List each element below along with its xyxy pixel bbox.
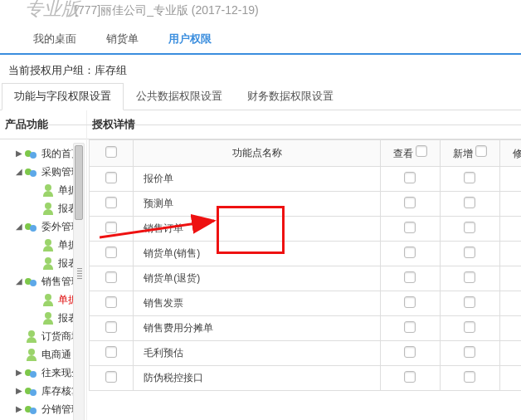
perm-checkbox[interactable]: [404, 247, 416, 258]
table-row: 销货单(退货): [90, 266, 522, 291]
row-checkbox[interactable]: [105, 197, 117, 208]
perm-checkbox[interactable]: [464, 271, 475, 283]
tree-node-11[interactable]: 电商通: [8, 345, 83, 364]
person-icon: [41, 311, 55, 325]
perm-checkbox[interactable]: [404, 321, 416, 333]
tab-desktop[interactable]: 我的桌面: [18, 25, 91, 53]
app-tabs: 我的桌面 销货单 用户权限: [0, 25, 521, 55]
group-icon: [25, 220, 38, 233]
tree-node-2[interactable]: 单据: [8, 181, 83, 199]
row-checkbox[interactable]: [105, 172, 117, 183]
col-1: 查看: [380, 140, 440, 167]
tree-node-9[interactable]: 报表: [8, 309, 83, 327]
table-row: 销售发票: [90, 291, 522, 316]
tree-toggle-icon[interactable]: ◢: [15, 217, 23, 236]
perm-checkbox[interactable]: [404, 172, 416, 183]
subtab-func-field[interactable]: 功能与字段权限设置: [2, 83, 124, 110]
tree-toggle-icon[interactable]: ◢: [15, 163, 23, 181]
row-checkbox[interactable]: [105, 346, 117, 358]
tree-toggle-icon[interactable]: ▶: [15, 144, 23, 163]
svg-line-0: [100, 221, 214, 237]
perm-checkbox[interactable]: [464, 197, 475, 208]
row-checkbox[interactable]: [105, 271, 117, 283]
subtab-bar: 功能与字段权限设置 公共数据权限设置 财务数据权限设置: [0, 83, 521, 110]
tab-user-permission[interactable]: 用户权限: [153, 25, 226, 55]
col-2: 新增: [440, 140, 499, 167]
perm-checkbox[interactable]: [404, 371, 416, 383]
perm-checkbox[interactable]: [404, 346, 416, 358]
group-icon: [25, 275, 38, 288]
perm-checkbox[interactable]: [464, 247, 475, 258]
func-name: 销售费用分摊单: [134, 316, 381, 341]
func-name: 毛利预估: [134, 341, 381, 366]
perm-checkbox[interactable]: [464, 296, 475, 308]
header-subtitle: [777]丽佳公司_专业版 (2017-12-19): [75, 3, 259, 17]
perm-checkbox[interactable]: [404, 296, 416, 308]
tree-node-8[interactable]: 单据: [8, 291, 83, 309]
perm-checkbox[interactable]: [404, 222, 416, 233]
func-name: 防伪税控接口: [134, 366, 381, 391]
checkbox-all[interactable]: [105, 146, 117, 158]
col-checkbox[interactable]: [416, 145, 427, 157]
tree-node-1[interactable]: ◢采购管理: [8, 163, 83, 181]
tree-toggle-icon[interactable]: ▶: [15, 382, 23, 400]
table-row: 销售费用分摊单: [90, 316, 522, 341]
tab-sales-order[interactable]: 销货单: [91, 25, 153, 53]
tree-toggle-icon[interactable]: ▶: [15, 364, 23, 382]
tree-node-10[interactable]: 订货商城: [8, 327, 83, 345]
logo-text: 专业版: [25, 0, 80, 22]
group-icon: [25, 165, 38, 178]
perm-checkbox[interactable]: [404, 271, 416, 283]
tree-node-0[interactable]: ▶我的首页: [8, 144, 83, 163]
tree-scrollbar[interactable]: [73, 143, 85, 420]
row-checkbox[interactable]: [105, 296, 117, 308]
tree-node-14[interactable]: ▶分销管理: [8, 400, 83, 418]
tree-node-12[interactable]: ▶往来现金: [8, 364, 83, 382]
auth-line: 当前授权用户组：库存组: [0, 55, 521, 83]
tree-node-5[interactable]: 单据: [8, 236, 83, 254]
person-icon: [41, 293, 55, 306]
col-label: 新增: [453, 148, 473, 159]
person-icon: [41, 256, 55, 270]
tree-toggle-icon[interactable]: ▶: [15, 400, 23, 418]
tree-node-7[interactable]: ◢销售管理: [8, 272, 83, 291]
group-icon: [25, 403, 38, 416]
table-row: 报价单: [90, 167, 522, 192]
func-name: 报价单: [134, 167, 381, 192]
tree-node-13[interactable]: ▶库存核算: [8, 382, 83, 400]
tree-scroll-thumb[interactable]: [75, 145, 83, 220]
group-icon: [25, 366, 38, 379]
tree-toggle-icon[interactable]: ◢: [15, 272, 23, 291]
tree-node-4[interactable]: ◢委外管理: [8, 217, 83, 236]
perm-checkbox[interactable]: [464, 222, 475, 233]
perm-checkbox[interactable]: [464, 321, 475, 333]
func-name: 销售发票: [134, 291, 381, 316]
group-icon: [25, 384, 38, 398]
perm-checkbox[interactable]: [464, 371, 475, 383]
perm-checkbox[interactable]: [404, 197, 416, 208]
perm-checkbox[interactable]: [464, 172, 475, 183]
person-icon: [41, 202, 55, 215]
person-icon: [41, 238, 55, 252]
row-checkbox[interactable]: [105, 371, 117, 383]
col-checkbox[interactable]: [475, 145, 487, 157]
subtab-finance-data[interactable]: 财务数据权限设置: [235, 83, 346, 110]
perm-checkbox[interactable]: [464, 346, 475, 358]
left-panel-title: 产品功能: [0, 110, 86, 139]
tree-scroll-grip: [77, 268, 82, 280]
person-icon: [41, 183, 55, 197]
auth-group-value: 库存组: [95, 64, 127, 76]
tree-node-3[interactable]: 报表: [8, 199, 83, 217]
subtab-public-data[interactable]: 公共数据权限设置: [124, 83, 235, 110]
arrow-annotation: [100, 208, 224, 257]
tree-label: 电商通: [41, 345, 71, 364]
right-panel-title: 授权详情: [87, 110, 521, 139]
col-0: 功能点名称: [134, 140, 381, 167]
person-icon: [25, 348, 38, 361]
row-checkbox[interactable]: [105, 321, 117, 333]
tree-node-6[interactable]: 报表: [8, 254, 83, 272]
func-name: 销货单(退货): [134, 266, 381, 291]
table-row: 防伪税控接口: [90, 366, 522, 391]
highlight-box: [217, 206, 285, 254]
person-icon: [25, 330, 38, 343]
